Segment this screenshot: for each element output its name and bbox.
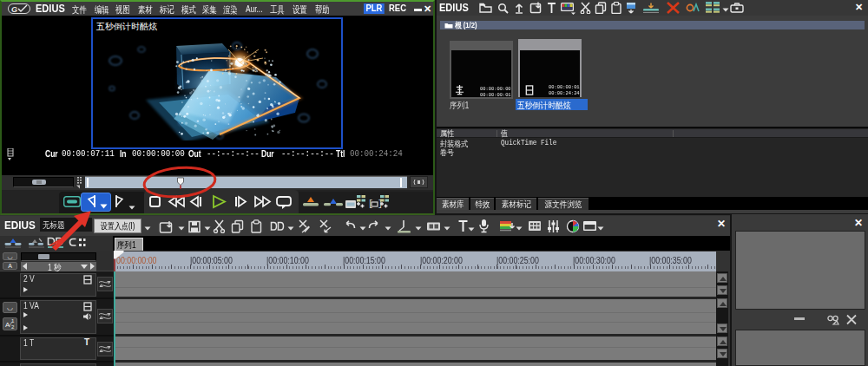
svg-text:G: G bbox=[11, 5, 17, 14]
svg-text:[: [ bbox=[368, 199, 373, 209]
